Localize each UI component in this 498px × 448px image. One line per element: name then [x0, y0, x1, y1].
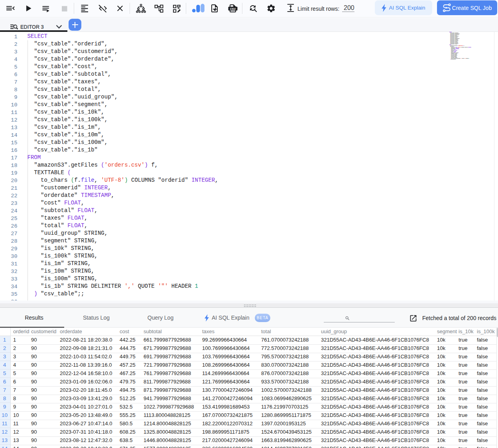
svg-text:CSV: CSV: [230, 8, 236, 10]
